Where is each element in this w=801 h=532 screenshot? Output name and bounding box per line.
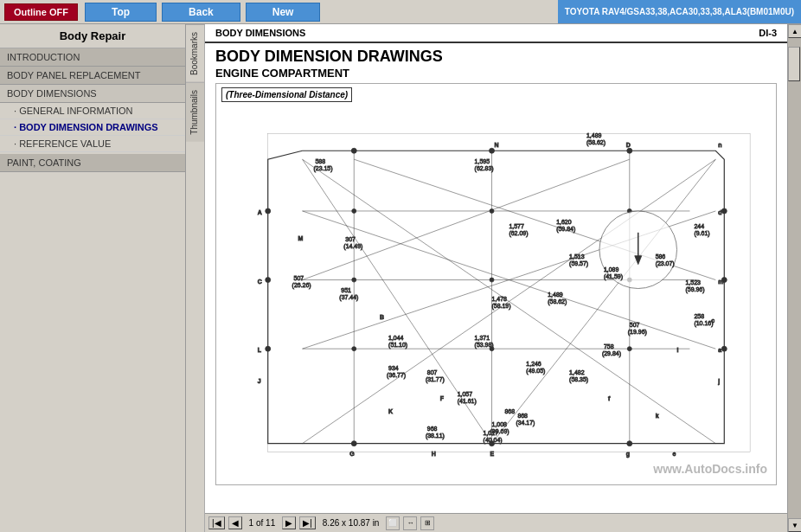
svg-text:I: I <box>677 348 679 354</box>
sidebar-item-introduction[interactable]: INTRODUCTION <box>0 48 185 67</box>
diagram-label: (Three-Dimensional Distance) <box>221 87 352 102</box>
svg-text:B: B <box>380 315 384 321</box>
svg-text:E: E <box>490 451 495 457</box>
svg-text:1,246: 1,246 <box>526 361 541 367</box>
doc-section-label: BODY DIMENSIONS <box>215 28 305 38</box>
svg-text:N: N <box>495 143 499 149</box>
svg-text:1,478: 1,478 <box>492 297 508 303</box>
scroll-down-button[interactable]: ▼ <box>788 518 801 532</box>
next-button[interactable]: ▶ <box>282 516 296 529</box>
svg-text:(51.10): (51.10) <box>388 343 407 349</box>
svg-text:1,057: 1,057 <box>458 391 473 397</box>
svg-text:968: 968 <box>427 426 438 432</box>
svg-text:g: g <box>626 451 630 458</box>
svg-text:1,595: 1,595 <box>475 159 490 165</box>
svg-text:1,523: 1,523 <box>685 279 701 285</box>
svg-text:j: j <box>717 378 720 385</box>
tab-strip: Bookmarks Thumbnails <box>186 24 205 532</box>
svg-point-17 <box>627 149 632 154</box>
nav-top-button[interactable]: Top <box>85 3 157 22</box>
svg-text:G: G <box>349 451 354 457</box>
svg-text:951: 951 <box>341 288 351 294</box>
sidebar-item-reference-value[interactable]: REFERENCE VALUE <box>0 136 185 152</box>
svg-text:(59.57): (59.57) <box>569 260 588 267</box>
svg-text:(58.19): (58.19) <box>492 304 511 311</box>
nav-new-button[interactable]: New <box>246 3 321 22</box>
svg-text:J: J <box>258 378 261 384</box>
sidebar-item-body-dimensions[interactable]: BODY DIMENSIONS <box>0 85 185 103</box>
svg-text:807: 807 <box>427 369 438 375</box>
diagram-container: (Three-Dimensional Distance) <box>215 83 777 485</box>
svg-text:a: a <box>718 348 721 354</box>
svg-text:(41.59): (41.59) <box>604 273 623 280</box>
svg-text:(49.05): (49.05) <box>526 368 545 375</box>
main-area: Body Repair INTRODUCTION BODY PANEL REPL… <box>0 24 801 532</box>
doc-subtitle: ENGINE COMPARTMENT <box>215 67 777 80</box>
svg-point-20 <box>266 347 271 352</box>
sidebar-item-paint-coating[interactable]: PAINT, COATING <box>0 154 185 172</box>
svg-text:n: n <box>718 143 721 149</box>
svg-text:K: K <box>388 408 393 414</box>
scroll-thumb[interactable] <box>788 47 800 81</box>
outline-button[interactable]: Outline OFF <box>4 3 78 21</box>
doc-header: BODY DIMENSIONS DI-3 <box>205 24 787 43</box>
svg-point-18 <box>266 208 271 214</box>
svg-text:1,577: 1,577 <box>509 223 524 229</box>
next-end-button[interactable]: ▶| <box>299 516 316 529</box>
sidebar-item-body-dimension-drawings[interactable]: BODY DIMENSION DRAWINGS <box>0 119 185 136</box>
svg-point-24 <box>351 441 356 446</box>
svg-text:(59.84): (59.84) <box>556 226 575 233</box>
svg-text:588: 588 <box>315 159 325 165</box>
prev-start-button[interactable]: |◀ <box>208 516 225 529</box>
svg-text:(36.77): (36.77) <box>387 372 406 379</box>
svg-text:(34.17): (34.17) <box>516 420 535 426</box>
svg-point-23 <box>721 347 727 352</box>
svg-text:A: A <box>258 209 262 215</box>
svg-text:(9.61): (9.61) <box>694 230 709 237</box>
svg-text:D: D <box>626 143 631 149</box>
zoom-icon[interactable]: ⊞ <box>420 516 434 530</box>
svg-text:k: k <box>656 413 659 419</box>
svg-text:C: C <box>258 279 262 285</box>
tab-thumbnails[interactable]: Thumbnails <box>186 82 204 142</box>
svg-text:(58.35): (58.35) <box>569 376 588 383</box>
fit-width-icon[interactable]: ↔ <box>403 516 417 530</box>
scroll-track[interactable] <box>788 38 801 518</box>
nav-back-button[interactable]: Back <box>162 3 240 22</box>
svg-text:(59.96): (59.96) <box>685 286 704 293</box>
sidebar-item-body-panel[interactable]: BODY PANEL REPLACEMENT <box>0 67 185 85</box>
svg-text:(62.83): (62.83) <box>475 166 494 173</box>
svg-text:1,489: 1,489 <box>586 133 602 139</box>
svg-text:(14.49): (14.49) <box>343 243 362 250</box>
sidebar-item-general-info[interactable]: GENERAL INFORMATION <box>0 103 185 119</box>
svg-text:1,089: 1,089 <box>604 266 619 272</box>
svg-point-21 <box>721 208 727 214</box>
svg-text:1,489: 1,489 <box>548 292 563 298</box>
title-bar: TOYOTA RAV4/GSA33,38,ACA30,33,38,ALA3 (B… <box>558 0 801 23</box>
svg-point-30 <box>352 278 356 282</box>
doc-page-ref: DI-3 <box>759 28 777 38</box>
page-info: 1 of 11 <box>249 518 276 528</box>
svg-text:868: 868 <box>504 408 515 414</box>
svg-text:F: F <box>440 395 444 401</box>
scroll-up-button[interactable]: ▲ <box>788 24 801 38</box>
svg-text:758: 758 <box>604 344 614 350</box>
svg-text:(37.44): (37.44) <box>339 295 358 302</box>
svg-text:(53.98): (53.98) <box>475 343 494 349</box>
svg-point-15 <box>490 149 495 154</box>
svg-text:(41.61): (41.61) <box>458 398 477 405</box>
svg-text:258: 258 <box>694 314 704 320</box>
svg-text:586: 586 <box>656 253 666 260</box>
prev-button[interactable]: ◀ <box>228 516 242 529</box>
svg-text:307: 307 <box>345 236 356 242</box>
content-area: Bookmarks Thumbnails BODY DIMENSIONS DI-… <box>186 24 801 532</box>
svg-text:(58.62): (58.62) <box>548 299 567 306</box>
tab-bookmarks[interactable]: Bookmarks <box>186 24 204 82</box>
svg-text:(23.15): (23.15) <box>313 166 332 173</box>
svg-point-28 <box>490 209 494 214</box>
page-separator: of <box>256 518 266 528</box>
svg-text:(19.96): (19.96) <box>628 330 647 337</box>
fit-page-icon[interactable]: ⬜ <box>386 516 400 530</box>
svg-text:H: H <box>432 451 436 457</box>
svg-text:(58.62): (58.62) <box>586 140 606 147</box>
